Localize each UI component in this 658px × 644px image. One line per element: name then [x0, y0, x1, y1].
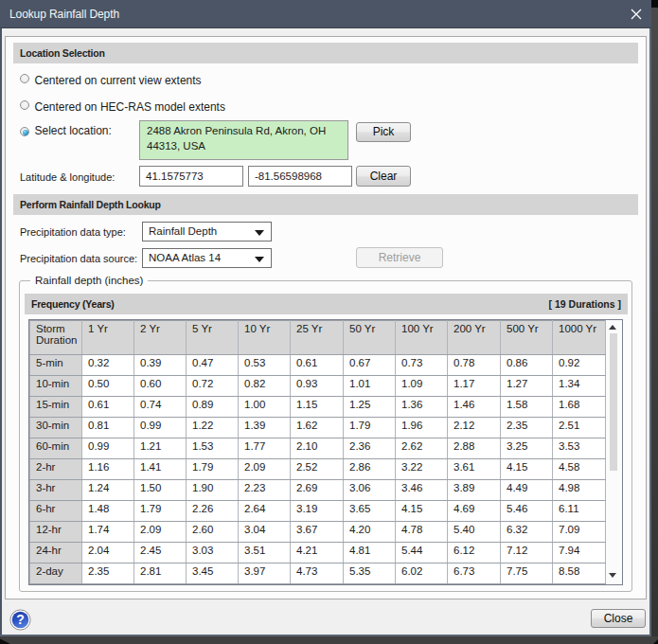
svg-text:?: ? [16, 612, 25, 627]
